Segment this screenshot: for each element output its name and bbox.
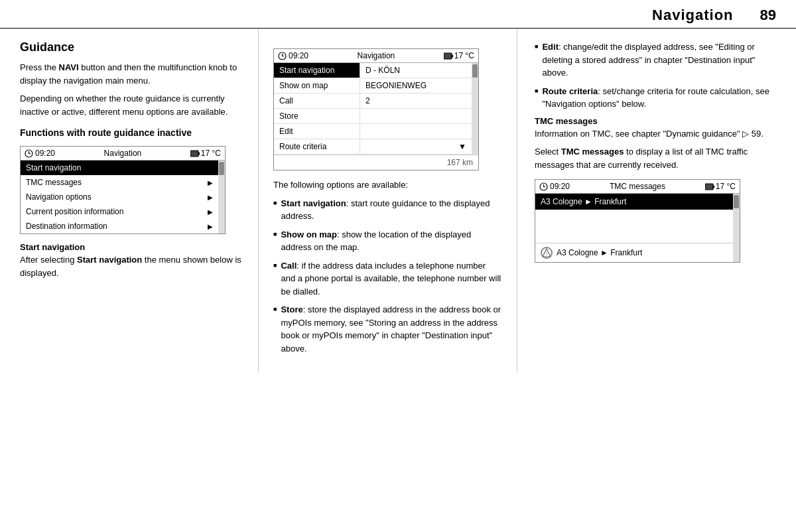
header-title: Navigation bbox=[652, 7, 733, 24]
svg-rect-14 bbox=[713, 185, 714, 188]
column-2: 09:20 Navigation 17 °C Start navigationD… bbox=[259, 29, 517, 372]
tmc-time: 09:20 bbox=[539, 182, 570, 191]
clock-icon-1 bbox=[25, 149, 33, 158]
clock-icon-2 bbox=[278, 52, 287, 60]
svg-rect-4 bbox=[198, 152, 200, 155]
nav-row-store: Store bbox=[274, 109, 472, 124]
nav-item-options: Navigation options▶ bbox=[21, 190, 218, 204]
bullet-show-map: ■Show on map: show the location of the d… bbox=[273, 228, 502, 254]
nav-item-start: Start navigation bbox=[21, 161, 218, 175]
nav-screen1-items: Start navigation TMC messages▶ Navigatio… bbox=[21, 161, 218, 233]
bullet-start-nav: ■Start navigation: start route guidance … bbox=[273, 197, 502, 223]
functions-inactive-title: Functions with route guidance inactive bbox=[20, 127, 243, 138]
nav-screen2-temp: 17 °C bbox=[444, 51, 474, 60]
tmc-para2: Select TMC messages to display a list of… bbox=[535, 145, 781, 171]
triangle-warning-icon: ! bbox=[542, 248, 551, 257]
tmc-screen-body: A3 Cologne ► Frankfurt ! A3 Cologne ► Fr… bbox=[535, 194, 740, 262]
battery-icon-3 bbox=[705, 182, 714, 191]
bullet-route-criteria: ■Route criteria: set/change criteria for… bbox=[535, 85, 781, 111]
battery-icon-2 bbox=[444, 52, 453, 60]
nav-screen-inactive: 09:20 Navigation 17 °C Start navigation … bbox=[20, 146, 226, 234]
header-page: 89 bbox=[760, 7, 776, 24]
start-nav-para: After selecting Start navigation the men… bbox=[20, 253, 243, 279]
nav-screen1-temp: 17 °C bbox=[190, 149, 221, 158]
main-content: Guidance Press the NAVI button and then … bbox=[0, 29, 796, 372]
svg-rect-9 bbox=[452, 54, 453, 57]
svg-text:!: ! bbox=[546, 251, 547, 256]
scrollbar-1 bbox=[218, 161, 225, 233]
scrollbar-thumb-1 bbox=[219, 162, 224, 175]
svg-rect-3 bbox=[190, 151, 198, 157]
page-header: Navigation 89 bbox=[0, 0, 796, 29]
warning-icon: ! bbox=[541, 247, 553, 259]
para1: Press the NAVI button and then the multi… bbox=[20, 61, 243, 87]
nav-screen1-title: Navigation bbox=[104, 149, 142, 158]
bullet-call: ■Call: if the address data includes a te… bbox=[273, 259, 502, 299]
nav-screen-header-1: 09:20 Navigation 17 °C bbox=[21, 147, 225, 161]
column-3: ■Edit: change/edit the displayed address… bbox=[517, 29, 796, 372]
nav-screen2-body: Start navigationD - KÖLN Show on mapBEGO… bbox=[274, 63, 478, 155]
tmc-screen-items: A3 Cologne ► Frankfurt ! A3 Cologne ► Fr… bbox=[535, 194, 733, 262]
battery-icon-1 bbox=[190, 149, 200, 158]
bullet-edit: ■Edit: change/edit the displayed address… bbox=[535, 40, 781, 80]
options-list: ■Start navigation: start route guidance … bbox=[273, 197, 502, 356]
nav-screen-header-2: 09:20 Navigation 17 °C bbox=[274, 49, 478, 63]
tmc-screen-temp: 17 °C bbox=[705, 182, 736, 191]
nav-screen2-title: Navigation bbox=[358, 51, 395, 60]
tmc-screen-title: TMC messages bbox=[610, 182, 665, 191]
nav-row-showmap: Show on mapBEGONIENWEG bbox=[274, 78, 472, 94]
options-list-col3: ■Edit: change/edit the displayed address… bbox=[535, 40, 781, 111]
nav-row-edit: Edit bbox=[274, 124, 472, 139]
nav-screen2-items: Start navigationD - KÖLN Show on mapBEGO… bbox=[274, 63, 472, 155]
nav-screen2-footer: 167 km bbox=[274, 155, 478, 170]
svg-rect-8 bbox=[444, 53, 452, 59]
clock-icon-3 bbox=[539, 182, 548, 191]
scrollbar-thumb-2 bbox=[472, 64, 478, 78]
tmc-empty-area bbox=[535, 210, 733, 243]
tmc-title: TMC messages bbox=[535, 116, 781, 126]
intro-text: The following options are available: bbox=[273, 178, 502, 192]
bullet-store: ■Store: store the displayed address in t… bbox=[273, 303, 502, 355]
tmc-para1: Information on TMC, see chapter "Dynamic… bbox=[535, 127, 781, 141]
nav-row-call: Call2 bbox=[274, 94, 472, 109]
tmc-footer-item: ! A3 Cologne ► Frankfurt bbox=[535, 243, 733, 262]
nav-item-destination: Destination information▶ bbox=[21, 219, 218, 233]
scrollbar-3 bbox=[733, 194, 740, 262]
nav-screen-destination: 09:20 Navigation 17 °C Start navigationD… bbox=[273, 48, 479, 170]
tmc-screen-header: 09:20 TMC messages 17 °C bbox=[535, 180, 740, 194]
nav-item-position: Current position information▶ bbox=[21, 204, 218, 219]
nav-item-tmc: TMC messages▶ bbox=[21, 175, 218, 190]
tmc-screen: 09:20 TMC messages 17 °C A3 Cologne ► Fr… bbox=[535, 179, 740, 263]
time-2: 09:20 bbox=[278, 51, 308, 60]
nav-row-route: Route criteria▼ bbox=[274, 139, 472, 155]
nav-screen1-body: Start navigation TMC messages▶ Navigatio… bbox=[21, 161, 225, 233]
scrollbar-2 bbox=[472, 63, 478, 155]
scrollbar-thumb-3 bbox=[734, 195, 739, 208]
tmc-selected-item: A3 Cologne ► Frankfurt bbox=[535, 194, 733, 210]
nav-row-start: Start navigationD - KÖLN bbox=[274, 63, 472, 78]
column-1: Guidance Press the NAVI button and then … bbox=[0, 29, 259, 372]
guidance-title: Guidance bbox=[20, 40, 243, 54]
time-1: 09:20 bbox=[25, 149, 55, 158]
svg-rect-13 bbox=[705, 184, 713, 190]
start-nav-label: Start navigation bbox=[20, 242, 243, 252]
para2: Depending on whether the route guidance … bbox=[20, 92, 243, 118]
